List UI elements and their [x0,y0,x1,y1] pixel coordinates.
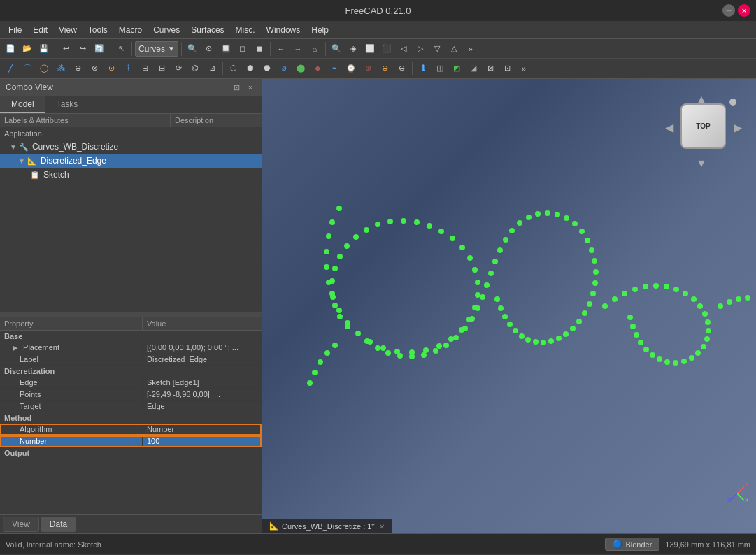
tb-new[interactable]: 📄 [3,41,18,57]
menu-help[interactable]: Help [306,24,334,36]
tb-view5[interactable]: ◼ [252,41,267,57]
tb-home[interactable]: ⌂ [307,41,322,57]
menu-macro[interactable]: Macro [113,24,148,36]
tb-3d-view[interactable]: ◈ [345,41,361,57]
tree-item-curves-wb[interactable]: ▼ 🔧 Curves_WB_Discretize [0,140,262,154]
tb-part6[interactable]: ◆ [310,61,325,76]
panel-divider[interactable]: - - - - - [0,312,262,317]
menu-misc[interactable]: Misc. [230,24,261,36]
tb-nav2[interactable]: → [290,41,306,57]
props-row-algorithm[interactable]: Algorithm Number [0,424,262,435]
tb-sketch6[interactable]: ⊗ [87,61,102,76]
tb-top[interactable]: ▽ [429,41,445,57]
tb-sketch11[interactable]: ⟳ [171,61,186,76]
tab-tasks[interactable]: Tasks [45,96,90,113]
tb-sketch5[interactable]: ⊕ [70,61,85,76]
workbench-dropdown[interactable]: Curves ▼ [135,41,178,57]
menu-tools[interactable]: Tools [83,24,113,36]
close-button[interactable]: ✕ [738,4,750,17]
tb-3d1[interactable]: ◫ [432,61,448,76]
tb-front[interactable]: ⬜ [362,41,378,57]
tab-model[interactable]: Model [0,96,45,113]
tb-view2[interactable]: ⊙ [201,41,217,57]
svg-point-2 [326,233,331,239]
tb-sketch1[interactable]: ╱ [3,61,18,76]
tb-part7[interactable]: ⌁ [327,61,342,76]
tb-sketch9[interactable]: ⊞ [137,61,152,76]
combo-expand-btn[interactable]: ⊡ [231,82,242,93]
tb-more[interactable]: » [463,41,478,57]
tb-cursor[interactable]: ↖ [113,41,129,57]
tb-refresh[interactable]: 🔄 [92,41,107,57]
expand-arrow-disc[interactable]: ▼ [18,157,25,165]
tb-info[interactable]: ℹ [415,61,431,76]
props-row-points[interactable]: Points [-29,49 -8,96 0,00], ... [0,389,262,401]
tb-3d2[interactable]: ◩ [449,61,464,76]
menu-file[interactable]: File [3,24,27,36]
combo-close-btn[interactable]: × [245,82,256,93]
nav-arrow-bottom[interactable]: ▼ [696,157,707,170]
tb-open[interactable]: 📂 [20,41,35,57]
tb-undo[interactable]: ↩ [58,41,73,57]
tb-view1[interactable]: 🔍 [185,41,200,57]
nav-arrow-right[interactable]: ▶ [734,121,742,134]
tb-part4[interactable]: ⌀ [276,61,292,76]
svg-point-126 [324,350,330,356]
nav-cube-top-face[interactable]: TOP [680,103,726,149]
tb-part1[interactable]: ⬡ [226,61,241,76]
expand-arrow-curves[interactable]: ▼ [10,143,17,151]
props-row-label[interactable]: Label Discretized_Edge [0,354,262,366]
props-row-number[interactable]: Number 100 [0,435,262,447]
tree-item-discretized-edge[interactable]: ▼ 📐 Discretized_Edge [0,154,262,168]
tb-sketch10[interactable]: ⊟ [154,61,169,76]
blender-button[interactable]: 🔵 Blender [605,538,659,551]
menu-edit[interactable]: Edit [27,24,53,36]
tb-left[interactable]: ◁ [396,41,411,57]
props-row-target[interactable]: Target Edge [0,401,262,412]
tb-part11[interactable]: ⊖ [394,61,409,76]
tb-part9[interactable]: ⊛ [360,61,376,76]
menu-surfaces[interactable]: Surfaces [185,24,229,36]
expand-placement[interactable]: ▶ [13,344,18,352]
tb-nav1[interactable]: ← [273,41,289,57]
menu-curves[interactable]: Curves [148,24,185,36]
bottom-tab-view[interactable]: View [3,517,39,532]
minimize-button[interactable]: ─ [722,4,735,17]
tree-item-sketch[interactable]: 📋 Sketch [0,168,262,182]
tb-sketch4[interactable]: ⁂ [53,61,69,76]
tb-back[interactable]: ⬛ [379,41,394,57]
tb-sketch12[interactable]: ⌬ [187,61,203,76]
tb-part8[interactable]: ⌚ [343,61,359,76]
tb-bottom[interactable]: △ [446,41,462,57]
tb-sketch7[interactable]: ⊙ [104,61,119,76]
tb-sketch2[interactable]: ⌒ [20,61,35,76]
menu-view[interactable]: View [53,24,83,36]
viewport-tab[interactable]: 📐 Curves_WB_Discretize : 1* ✕ [262,519,392,533]
bottom-tab-data[interactable]: Data [41,517,76,532]
props-row-edge[interactable]: Edge Sketch [Edge1] [0,377,262,389]
tb-redo[interactable]: ↪ [75,41,90,57]
tb-save[interactable]: 💾 [36,41,52,57]
tb-part10[interactable]: ⊕ [377,61,392,76]
props-row-placement[interactable]: ▶ Placement [(0,00 0,00 1,00); 0,00 °; .… [0,342,262,354]
tb-3d3[interactable]: ◪ [466,61,481,76]
tb-sketch3[interactable]: ◯ [36,61,52,76]
menu-windows[interactable]: Windows [261,24,306,36]
nav-arrow-left[interactable]: ◀ [665,121,673,134]
tb-more2[interactable]: » [516,61,532,76]
tb-part2[interactable]: ⬢ [243,61,258,76]
tb-right[interactable]: ▷ [413,41,428,57]
tree-col-desc: Description [171,114,262,127]
tb-sketch13[interactable]: ⊿ [204,61,220,76]
tb-view4[interactable]: ◻ [235,41,250,57]
tb-sketch8[interactable]: ⌇ [120,61,136,76]
tb-part5[interactable]: ⬤ [293,61,308,76]
workbench-label: Curves [138,44,165,54]
svg-point-84 [525,337,531,343]
tb-part3[interactable]: ⬣ [259,61,275,76]
tb-3d5[interactable]: ⊡ [499,61,515,76]
tb-view3[interactable]: 🔲 [218,41,234,57]
tb-zoom-fit[interactable]: 🔍 [329,41,344,57]
tb-3d4[interactable]: ⊠ [483,61,498,76]
vp-tab-close[interactable]: ✕ [379,523,385,531]
